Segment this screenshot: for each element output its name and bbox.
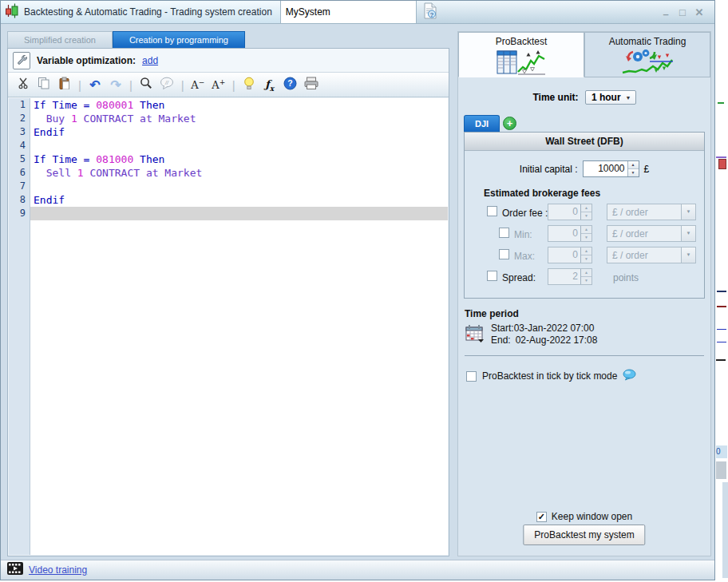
tick-mode-label: ProBacktest in tick by tick mode: [482, 370, 617, 382]
toolbar-fx-button[interactable]: ƒx: [263, 77, 277, 93]
help-icon: ?: [283, 77, 297, 93]
editor-line[interactable]: 4: [9, 139, 448, 152]
code-text: Endif: [30, 193, 448, 207]
spin-up-icon[interactable]: ▲: [581, 269, 592, 277]
toolbar-comment-button[interactable]: //: [160, 77, 175, 93]
probacktest-run-button[interactable]: ProBacktest my system: [523, 525, 645, 545]
spin-up-icon[interactable]: ▲: [628, 161, 639, 169]
line-number: 8: [9, 193, 30, 207]
fees-heading: Estimated brokerage fees: [484, 188, 704, 199]
fee-checkbox[interactable]: [487, 271, 497, 281]
editor-line[interactable]: 2 Buy 1 CONTRACT at Market: [9, 112, 448, 125]
probacktest-chart-icon: [497, 49, 546, 78]
spin-up-icon[interactable]: ▲: [581, 204, 592, 212]
period-end-value: 02-Aug-2022 17:08: [516, 335, 598, 346]
tab-probacktest[interactable]: ProBacktest: [458, 32, 584, 77]
background-window-sliver: 0: [715, 0, 728, 582]
line-number: 4: [9, 139, 30, 152]
editor-line[interactable]: 7: [9, 180, 448, 193]
toolbar-copy-button[interactable]: [37, 77, 51, 93]
redo-icon: ↷: [110, 77, 121, 93]
video-training-link[interactable]: Video training: [29, 564, 87, 576]
time-unit-dropdown[interactable]: 1 hour ▼: [585, 90, 636, 105]
toolbar-search-button[interactable]: [139, 77, 153, 93]
title-bar: Backtesting & Automatic Trading - Tradin…: [1, 1, 714, 24]
window-controls: – □ ✕: [660, 1, 714, 23]
keep-window-checkbox[interactable]: ✓: [536, 512, 547, 522]
add-variable-link[interactable]: add: [142, 55, 158, 66]
chevron-down-icon[interactable]: ▼: [681, 247, 695, 263]
automatic-trading-icon: [621, 49, 674, 78]
undo-icon: ↶: [89, 77, 100, 93]
spin-down-icon[interactable]: ▼: [581, 277, 592, 284]
code-text: [30, 139, 448, 152]
fee-unit-value: £ / order: [607, 226, 681, 241]
spin-up-icon[interactable]: ▲: [581, 247, 592, 255]
tab-simplified-creation[interactable]: Simplified creation: [7, 31, 113, 48]
initial-capital-spinner[interactable]: 10000 ▲▼: [583, 160, 639, 177]
editor-line[interactable]: 1If Time = 080001 Then: [9, 98, 448, 112]
speech-bubble-icon[interactable]: [623, 369, 636, 383]
toolbar-print-button[interactable]: [304, 77, 318, 93]
close-icon[interactable]: ✕: [694, 6, 705, 18]
editor-line[interactable]: 9: [9, 207, 448, 220]
fee-value: 0: [548, 247, 580, 263]
fee-checkbox[interactable]: [487, 206, 497, 216]
fee-value-spinner[interactable]: 2▲▼: [548, 268, 592, 285]
toolbar-bulb-button[interactable]: [242, 77, 256, 93]
editor-line[interactable]: 6 Sell 1 CONTRACT at Market: [9, 166, 448, 180]
fee-unit-dropdown[interactable]: £ / order▼: [607, 204, 696, 220]
toolbar-redo-button[interactable]: ↷: [109, 77, 123, 93]
editor-line[interactable]: 3Endif: [9, 125, 448, 139]
bulb-icon: [243, 77, 255, 93]
code-text: Endif: [30, 125, 448, 139]
toolbar-help-button[interactable]: ?: [283, 77, 298, 93]
candlestick-app-icon: [4, 3, 19, 22]
fee-value-spinner[interactable]: 0▲▼: [548, 247, 592, 263]
tab-creation-by-programming[interactable]: Creation by programming: [113, 31, 245, 48]
minimize-icon[interactable]: –: [660, 8, 671, 20]
right-panel: ProBacktestAutomatic Trading Time unit: …: [457, 31, 711, 556]
spin-down-icon[interactable]: ▼: [581, 255, 592, 263]
editor-line[interactable]: 5If Time = 081000 Then: [9, 152, 448, 166]
fee-value-spinner[interactable]: 0▲▼: [548, 225, 592, 242]
fee-unit-dropdown[interactable]: £ / order▼: [607, 247, 696, 263]
spin-down-icon[interactable]: ▼: [581, 234, 592, 241]
line-number: 2: [9, 112, 30, 125]
code-text: Buy 1 CONTRACT at Market: [30, 112, 448, 125]
fee-unit-dropdown[interactable]: £ / order▼: [607, 225, 696, 242]
fee-checkbox[interactable]: [499, 228, 509, 238]
variable-optimization-button[interactable]: [13, 52, 30, 69]
fee-value-spinner[interactable]: 0▲▼: [548, 204, 592, 220]
fee-checkbox[interactable]: [499, 249, 509, 259]
instrument-groupbox: Wall Street (DFB) Initial capital : 1000…: [464, 132, 705, 299]
toolbar-paste-button[interactable]: [57, 77, 72, 93]
spin-down-icon[interactable]: ▼: [628, 169, 639, 176]
toolbar-font-increase-button[interactable]: A+: [212, 77, 226, 93]
code-editor[interactable]: 1If Time = 080001 Then2 Buy 1 CONTRACT a…: [9, 98, 448, 555]
maximize-icon[interactable]: □: [677, 6, 688, 18]
spinner-buttons[interactable]: ▲▼: [627, 161, 639, 176]
toolbar-separator: |: [78, 78, 81, 92]
system-name-input[interactable]: [281, 1, 417, 23]
fee-rows: Order fee :0▲▼£ / order▼Min:0▲▼£ / order…: [487, 202, 704, 288]
calendar-icon[interactable]: [465, 323, 485, 346]
chevron-down-icon[interactable]: ▼: [681, 204, 695, 220]
spin-down-icon[interactable]: ▼: [581, 212, 592, 220]
code-text: Sell 1 CONTRACT at Market: [30, 166, 448, 180]
tick-mode-checkbox[interactable]: [466, 371, 477, 382]
toolbar-font-decrease-button[interactable]: A−: [191, 77, 205, 93]
editor-line[interactable]: 8Endif: [9, 193, 448, 207]
tab-automatic-trading[interactable]: Automatic Trading: [584, 32, 710, 77]
fee-row: Max:0▲▼£ / order▼: [487, 245, 704, 267]
spin-up-icon[interactable]: ▲: [581, 226, 592, 234]
tab-market-dji[interactable]: DJI: [464, 115, 500, 132]
system-help-button[interactable]: ?: [417, 1, 443, 23]
add-market-button[interactable]: +: [503, 117, 516, 130]
chevron-down-icon[interactable]: ▼: [681, 226, 695, 241]
line-number: 5: [9, 152, 30, 166]
code-text: [30, 180, 448, 193]
toolbar-cut-button[interactable]: [16, 77, 30, 93]
fee-label: Spread:: [502, 272, 536, 283]
toolbar-undo-button[interactable]: ↶: [88, 77, 102, 93]
